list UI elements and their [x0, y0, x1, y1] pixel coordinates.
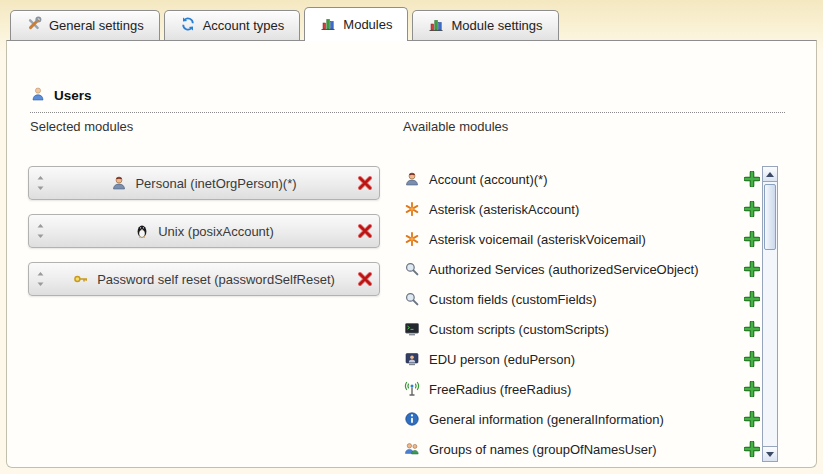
selected-modules-heading: Selected modules [30, 119, 133, 134]
magnifier-icon [404, 291, 420, 307]
terminal-icon [404, 321, 420, 337]
drag-handle-icon[interactable] [36, 223, 45, 239]
available-module-label: Account (account)(*) [429, 172, 548, 187]
tab-general-settings[interactable]: General settings [10, 10, 160, 40]
add-icon[interactable] [744, 261, 760, 277]
tools-icon [26, 16, 42, 35]
drag-handle-icon[interactable] [36, 271, 45, 287]
add-icon[interactable] [744, 321, 760, 337]
selected-module-label: Password self reset (passwordSelfReset) [97, 272, 335, 287]
person-icon [111, 175, 127, 191]
add-icon[interactable] [744, 351, 760, 367]
available-module-label: Authorized Services (authorizedServiceOb… [429, 262, 699, 277]
available-module-general-information: General information (generalInformation) [404, 404, 760, 434]
antenna-icon [404, 381, 420, 397]
available-module-label: Custom scripts (customScripts) [429, 322, 609, 337]
available-module-custom-fields: Custom fields (customFields) [404, 284, 760, 314]
tab-label: Module settings [451, 18, 542, 33]
tab-label: General settings [49, 18, 144, 33]
available-module-custom-scripts: Custom scripts (customScripts) [404, 314, 760, 344]
available-module-edu-person: EDU person (eduPerson) [404, 344, 760, 374]
selected-module-label: Unix (posixAccount) [158, 224, 274, 239]
available-module-label: Custom fields (customFields) [429, 292, 597, 307]
available-modules-list: Account (account)(*) Asterisk (asteriskA… [404, 164, 760, 464]
scroll-up-button[interactable] [763, 167, 777, 182]
available-module-label: General information (generalInformation) [429, 412, 664, 427]
available-modules-scrollbar[interactable] [762, 166, 778, 462]
tab-module-settings[interactable]: Module settings [412, 10, 558, 40]
add-icon[interactable] [744, 441, 760, 457]
drag-handle-icon[interactable] [36, 175, 45, 191]
selected-module-unix: Unix (posixAccount) [28, 214, 380, 248]
key-icon [73, 271, 89, 287]
available-module-label: EDU person (eduPerson) [429, 352, 575, 367]
delete-icon[interactable] [357, 271, 373, 287]
users-section-header: Users [30, 86, 785, 113]
arrow-down-icon [766, 452, 774, 457]
tab-label: Account types [203, 18, 285, 33]
tab-label: Modules [343, 17, 392, 32]
section-title: Users [54, 88, 92, 103]
chart-icon [320, 15, 336, 34]
asterisk-icon [404, 231, 420, 247]
selected-modules-list: Personal (inetOrgPerson)(*) [28, 166, 380, 310]
available-module-label: Asterisk (asteriskAccount) [429, 202, 579, 217]
chart-icon [428, 16, 444, 35]
scrollbar-thumb[interactable] [764, 184, 776, 250]
available-module-authorized-services: Authorized Services (authorizedServiceOb… [404, 254, 760, 284]
user-icon [30, 86, 46, 105]
selected-module-personal: Personal (inetOrgPerson)(*) [28, 166, 380, 200]
penguin-icon [134, 223, 150, 239]
person-icon [404, 171, 420, 187]
scroll-down-button[interactable] [763, 446, 777, 461]
delete-icon[interactable] [357, 175, 373, 191]
tab-modules[interactable]: Modules [304, 7, 408, 41]
info-icon [404, 411, 420, 427]
add-icon[interactable] [744, 201, 760, 217]
available-module-asterisk: Asterisk (asteriskAccount) [404, 194, 760, 224]
available-module-account: Account (account)(*) [404, 164, 760, 194]
group-icon [404, 441, 420, 457]
selected-module-label: Personal (inetOrgPerson)(*) [135, 176, 296, 191]
sync-icon [180, 16, 196, 35]
selected-module-password-self-reset: Password self reset (passwordSelfReset) [28, 262, 380, 296]
add-icon[interactable] [744, 171, 760, 187]
available-module-label: FreeRadius (freeRadius) [429, 382, 571, 397]
available-modules-heading: Available modules [403, 119, 508, 134]
tab-account-types[interactable]: Account types [164, 10, 301, 40]
arrow-up-icon [766, 172, 774, 177]
magnifier-icon [404, 261, 420, 277]
add-icon[interactable] [744, 411, 760, 427]
add-icon[interactable] [744, 291, 760, 307]
add-icon[interactable] [744, 231, 760, 247]
asterisk-icon [404, 201, 420, 217]
available-module-freeradius: FreeRadius (freeRadius) [404, 374, 760, 404]
tab-bar: General settings Account types Modules [10, 7, 559, 40]
available-module-groups-of-names: Groups of names (groupOfNamesUser) [404, 434, 760, 464]
edu-person-icon [404, 351, 420, 367]
add-icon[interactable] [744, 381, 760, 397]
available-module-label: Groups of names (groupOfNamesUser) [429, 442, 657, 457]
available-module-label: Asterisk voicemail (asteriskVoicemail) [429, 232, 646, 247]
delete-icon[interactable] [357, 223, 373, 239]
available-module-asterisk-voicemail: Asterisk voicemail (asteriskVoicemail) [404, 224, 760, 254]
